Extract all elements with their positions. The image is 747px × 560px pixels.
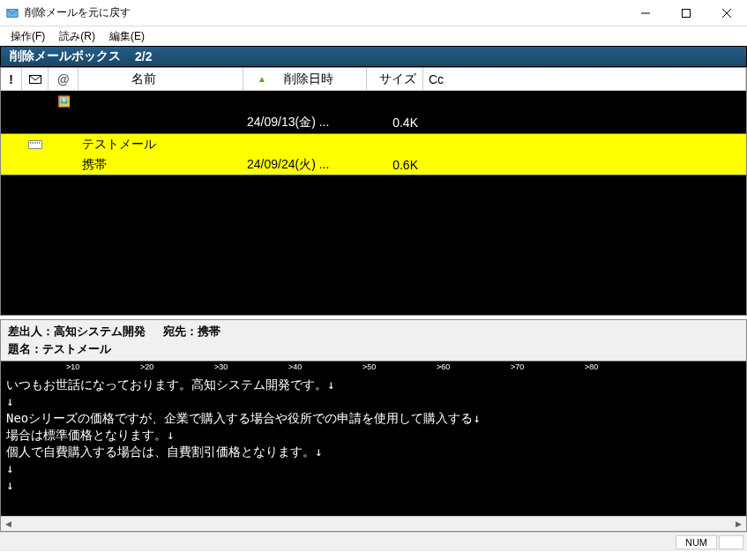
cell-name2: 携帯 bbox=[78, 157, 243, 173]
maximize-button[interactable] bbox=[666, 0, 706, 26]
ruler-mark: >30 bbox=[214, 362, 228, 371]
paperclip-icon: @ bbox=[57, 72, 70, 86]
sort-asc-icon: ▲ bbox=[258, 74, 266, 84]
menu-read[interactable]: 読み(R) bbox=[52, 27, 102, 46]
window-title: 削除メールを元に戻す bbox=[25, 5, 625, 20]
ruler-mark: >50 bbox=[362, 362, 376, 371]
column-headers: ! @ 名前 ▲ 削除日時 サイズ Cc bbox=[1, 68, 746, 91]
column-size[interactable]: サイズ bbox=[367, 68, 423, 90]
ruler-mark: >80 bbox=[585, 362, 598, 371]
keyboard-icon bbox=[28, 140, 42, 149]
table-row[interactable]: テストメール 携帯 24/09/24(火) ... 0.6K bbox=[1, 133, 746, 175]
mail-list: ! @ 名前 ▲ 削除日時 サイズ Cc 🖼️ bbox=[0, 67, 747, 316]
app-icon bbox=[5, 6, 19, 20]
mail-icon bbox=[29, 75, 41, 84]
scroll-left-button[interactable]: ◀ bbox=[1, 517, 16, 531]
close-button[interactable] bbox=[706, 0, 747, 26]
scroll-track[interactable] bbox=[16, 517, 731, 531]
attachment-icon: 🖼️ bbox=[57, 95, 71, 108]
cell-size: 0.4K bbox=[367, 116, 423, 130]
to-value: 携帯 bbox=[198, 325, 220, 338]
minimize-button[interactable] bbox=[625, 0, 666, 26]
cell-name: テストメール bbox=[78, 137, 243, 153]
list-body: 🖼️ 24/09/13(金) ... 0.4K bbox=[1, 91, 746, 315]
menu-file[interactable]: 操作(F) bbox=[4, 27, 52, 46]
horizontal-scrollbar[interactable]: ◀ ▶ bbox=[1, 516, 746, 531]
column-cc[interactable]: Cc bbox=[423, 68, 746, 90]
scroll-right-button[interactable]: ▶ bbox=[731, 517, 746, 531]
cell-size: 0.6K bbox=[367, 158, 423, 172]
column-name[interactable]: 名前 bbox=[78, 68, 243, 90]
ruler-mark: >10 bbox=[66, 362, 79, 371]
menubar: 操作(F) 読み(R) 編集(E) bbox=[0, 26, 747, 46]
status-num: NUM bbox=[676, 535, 717, 549]
mailbox-count: 2/2 bbox=[135, 49, 152, 63]
column-important[interactable]: ! bbox=[1, 68, 22, 90]
mailbox-header: 削除メールボックス 2/2 bbox=[0, 46, 747, 67]
column-mail-icon[interactable] bbox=[22, 68, 49, 90]
column-attachment-icon[interactable]: @ bbox=[49, 68, 78, 90]
ruler-mark: >40 bbox=[288, 362, 302, 371]
from-label: 差出人： bbox=[8, 325, 54, 338]
subject-label: 題名： bbox=[8, 342, 42, 355]
column-date[interactable]: ▲ 削除日時 bbox=[243, 68, 367, 90]
mail-body[interactable]: いつもお世話になっております。高知システム開発です。↓ ↓ Neoシリーズの価格… bbox=[1, 375, 746, 516]
preview-header: 差出人：高知システム開発 宛先：携帯 題名：テストメール bbox=[1, 320, 746, 361]
menu-edit[interactable]: 編集(E) bbox=[102, 27, 152, 46]
cell-date: 24/09/24(火) ... bbox=[243, 157, 367, 173]
mailbox-title: 削除メールボックス bbox=[10, 49, 121, 64]
ruler: >10 >20 >30 >40 >50 >60 >70 >80 bbox=[1, 361, 746, 375]
to-label: 宛先： bbox=[163, 325, 198, 338]
status-empty bbox=[719, 535, 743, 549]
table-row[interactable]: 🖼️ 24/09/13(金) ... 0.4K bbox=[1, 91, 746, 133]
svg-rect-2 bbox=[683, 9, 691, 17]
preview-pane: 差出人：高知システム開発 宛先：携帯 題名：テストメール >10 >20 >30… bbox=[0, 319, 747, 532]
ruler-mark: >20 bbox=[140, 362, 153, 371]
subject-value: テストメール bbox=[42, 342, 111, 355]
column-date-label: 削除日時 bbox=[284, 71, 333, 87]
titlebar: 削除メールを元に戻す bbox=[0, 0, 747, 26]
statusbar: NUM bbox=[0, 532, 747, 551]
ruler-mark: >60 bbox=[437, 362, 450, 371]
window-controls bbox=[625, 0, 747, 26]
cell-date: 24/09/13(金) ... bbox=[243, 115, 367, 131]
ruler-mark: >70 bbox=[511, 362, 524, 371]
from-value: 高知システム開発 bbox=[54, 325, 146, 338]
